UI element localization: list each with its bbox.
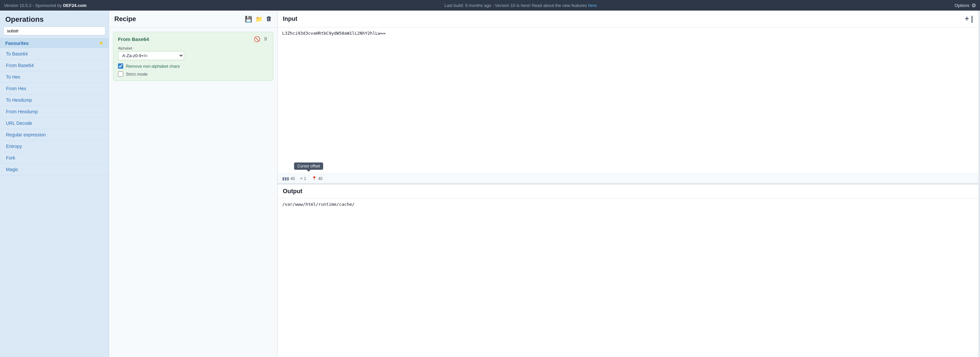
- output-content: /var/www/html/runtime/cache/: [278, 198, 978, 357]
- output-header: Output: [278, 185, 978, 198]
- lines-value: 1: [304, 176, 306, 181]
- recipe-title: Recipe: [115, 15, 136, 23]
- card-title: From Base64: [118, 36, 149, 42]
- cursor-icon: 📍: [312, 176, 317, 181]
- sidebar-item-to-hex[interactable]: To Hex: [0, 71, 109, 83]
- cursor-offset-tooltip: Cursor offset: [294, 162, 323, 170]
- alphabet-label: Alphabet: [118, 46, 268, 50]
- bytes-icon: ▮▮▮: [282, 176, 289, 181]
- pause-icon[interactable]: ⏸: [263, 36, 268, 42]
- remove-non-alpha-row: Remove non-alphabet chars: [118, 63, 268, 69]
- add-input-button[interactable]: + |: [965, 14, 973, 23]
- cursor-status: 📍 40: [312, 176, 323, 181]
- strict-mode-row: Strict mode: [118, 71, 268, 77]
- strict-mode-checkbox[interactable]: [118, 71, 123, 77]
- sidebar-item-to-base64[interactable]: To Base64: [0, 48, 109, 60]
- lines-icon: ≡: [300, 176, 303, 181]
- save-icon[interactable]: 💾: [245, 16, 252, 23]
- remove-non-alpha-label: Remove non-alphabet chars: [126, 64, 180, 69]
- topbar-left: Version 10.5.2 - Sponsored by DEF24.com: [4, 3, 87, 8]
- cursor-value: 40: [318, 176, 323, 181]
- bytes-value: 40: [290, 176, 295, 181]
- card-actions: 🚫 ⏸: [254, 36, 268, 42]
- strict-mode-label: Strict mode: [126, 71, 148, 77]
- input-section: Input + | L3Zhci93d3cvaHRtbC9ydW50aW1lL2…: [278, 11, 978, 183]
- sidebar: Operations Favourites ★ To Base64 From B…: [0, 11, 109, 357]
- output-title: Output: [283, 188, 302, 195]
- favourites-section[interactable]: Favourites ★: [0, 38, 109, 48]
- topbar-right[interactable]: Options ⚙: [955, 2, 976, 9]
- sidebar-item-from-base64[interactable]: From Base64: [0, 60, 109, 71]
- build-link[interactable]: here: [588, 3, 597, 8]
- sidebar-item-regex[interactable]: Regular expression: [0, 129, 109, 141]
- options-label: Options: [955, 3, 969, 8]
- search-input[interactable]: [3, 26, 105, 35]
- topbar: Version 10.5.2 - Sponsored by DEF24.com …: [0, 0, 980, 11]
- topbar-center: Last build: 9 months ago - Version 10 is…: [444, 3, 597, 8]
- version-text: Version 10.5.2 - Sponsored by: [4, 3, 62, 8]
- input-title: Input: [283, 16, 298, 22]
- sidebar-item-url-decode[interactable]: URL Decode: [0, 117, 109, 129]
- recipe-toolbar: 💾 📁 🗑: [245, 16, 272, 23]
- sidebar-item-from-hexdump[interactable]: From Hexdump: [0, 106, 109, 117]
- sidebar-item-from-hex[interactable]: From Hex: [0, 83, 109, 94]
- trash-icon[interactable]: 🗑: [266, 16, 272, 23]
- alphabet-field: Alphabet A-Za-z0-9+/= A-Za-z0-9-_= A-Za-…: [118, 46, 268, 60]
- remove-non-alpha-checkbox[interactable]: [118, 63, 123, 69]
- cursor-offset-tooltip-text: Cursor offset: [298, 164, 320, 168]
- sidebar-item-magic[interactable]: Magic: [0, 164, 109, 175]
- folder-icon[interactable]: 📁: [255, 16, 262, 23]
- sidebar-item-to-hexdump[interactable]: To Hexdump: [0, 94, 109, 106]
- input-textarea[interactable]: L3Zhci93d3cvaHRtbC9ydW50aW1lL2NhY2hlLw==: [278, 27, 978, 174]
- io-panel: Input + | L3Zhci93d3cvaHRtbC9ydW50aW1lL2…: [278, 11, 978, 357]
- gear-icon[interactable]: ⚙: [971, 2, 976, 9]
- recipe-header: Recipe 💾 📁 🗑: [109, 11, 277, 28]
- sidebar-item-fork[interactable]: Fork: [0, 152, 109, 164]
- from-base64-card: From Base64 🚫 ⏸ Alphabet A-Za-z0-9+/= A-…: [113, 32, 273, 81]
- sidebar-list: To Base64 From Base64 To Hex From Hex To…: [0, 48, 109, 357]
- recipe-panel: Recipe 💾 📁 🗑 From Base64 🚫 ⏸ Alphabet: [109, 11, 278, 357]
- disable-icon[interactable]: 🚫: [254, 36, 260, 42]
- input-status-bar: ▮▮▮ 40 ≡ 1 📍 40: [278, 174, 978, 183]
- brand-text: DEF24.com: [63, 3, 87, 8]
- output-section: Output /var/www/html/runtime/cache/: [278, 184, 978, 357]
- input-header: Input + |: [278, 11, 978, 27]
- alphabet-select-row: A-Za-z0-9+/= A-Za-z0-9-_= A-Za-z0-9+/: [118, 51, 268, 60]
- favourites-label: Favourites: [5, 41, 29, 46]
- build-info: Last build: 9 months ago - Version 10 is…: [444, 3, 588, 8]
- right-edge-bar[interactable]: [978, 11, 980, 357]
- card-header: From Base64 🚫 ⏸: [118, 36, 268, 42]
- lines-status: ≡ 1: [300, 176, 306, 181]
- alphabet-select[interactable]: A-Za-z0-9+/= A-Za-z0-9-_= A-Za-z0-9+/: [118, 51, 184, 60]
- star-icon: ★: [99, 40, 103, 46]
- sidebar-item-entropy[interactable]: Entropy: [0, 141, 109, 152]
- sidebar-title: Operations: [0, 11, 109, 26]
- main-layout: Operations Favourites ★ To Base64 From B…: [0, 11, 980, 357]
- output-value: /var/www/html/runtime/cache/: [282, 202, 355, 207]
- bytes-status: ▮▮▮ 40: [282, 176, 295, 181]
